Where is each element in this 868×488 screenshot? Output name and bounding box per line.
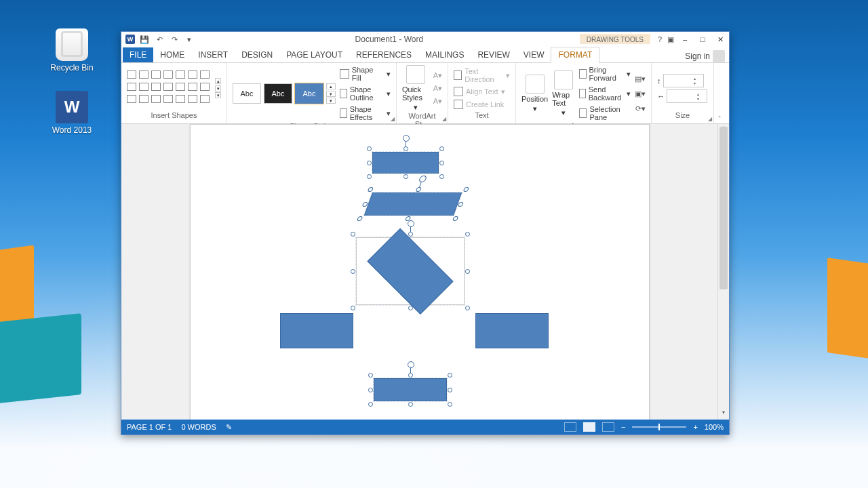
minimize-button[interactable]: – — [676, 33, 694, 46]
shapes-gallery-more[interactable]: ▴▾▾ — [215, 78, 221, 98]
position-icon — [526, 75, 545, 94]
status-bar: PAGE 1 OF 1 0 WORDS ✎ − + 100% — [121, 420, 729, 434]
outline-icon — [340, 89, 347, 98]
rotate-handle[interactable] — [410, 226, 411, 234]
flowchart-rect[interactable] — [372, 152, 439, 174]
group-insert-shapes: ▴▾▾ Insert Shapes — [121, 63, 227, 123]
flowchart-rect[interactable] — [475, 313, 549, 348]
flowchart-rect[interactable] — [374, 378, 447, 401]
shapes-gallery[interactable] — [127, 70, 211, 106]
desktop-icon-word[interactable]: W Word 2013 — [45, 91, 99, 135]
title-bar: W 💾 ↶ ↷ ▾ Document1 - Word DRAWING TOOLS… — [121, 32, 729, 47]
shape-fill-button[interactable]: Shape Fill ▾ — [340, 65, 391, 83]
flowchart-diamond[interactable] — [356, 237, 465, 305]
rotate-objects-icon[interactable]: ⟳▾ — [635, 103, 646, 114]
rotate-handle[interactable] — [410, 367, 411, 375]
text-fill-icon: A▾ — [433, 71, 442, 80]
text-direction-icon — [454, 70, 462, 80]
shape-height-input[interactable]: ▴▾ — [663, 74, 704, 87]
collapse-ribbon-icon[interactable]: ˆ — [714, 115, 725, 123]
maximize-button[interactable]: □ — [694, 33, 711, 46]
rotate-handle[interactable] — [418, 181, 422, 189]
flowchart-rect[interactable] — [280, 313, 353, 348]
tab-mailings[interactable]: MAILINGS — [418, 47, 471, 62]
desktop-icon-label: Recycle Bin — [50, 63, 93, 73]
style-preset[interactable]: Abc — [233, 83, 261, 104]
position-button[interactable]: Position▾ — [521, 75, 548, 113]
tab-file[interactable]: FILE — [123, 47, 153, 62]
group-text: Text Direction ▾ Align Text ▾ Create Lin… — [448, 63, 516, 123]
view-read-mode[interactable] — [564, 422, 576, 432]
bring-forward-button[interactable]: Bring Forward ▾ — [579, 65, 631, 83]
view-web-layout[interactable] — [602, 422, 614, 432]
user-avatar-icon — [713, 50, 725, 62]
group-objects-icon[interactable]: ▣▾ — [635, 88, 646, 99]
group-label: Text — [454, 111, 510, 122]
window-controls: – □ ✕ — [676, 33, 729, 46]
desktop-icon-recycle-bin[interactable]: Recycle Bin — [45, 28, 99, 73]
view-print-layout[interactable] — [583, 422, 595, 432]
style-preset[interactable]: Abc — [264, 83, 292, 104]
vertical-scrollbar[interactable]: ▴ ▾ — [717, 124, 729, 420]
tab-review[interactable]: REVIEW — [471, 47, 516, 62]
selection-pane-icon — [579, 108, 587, 118]
shape-styles-gallery[interactable]: Abc Abc Abc ▴▾▾ — [233, 83, 336, 104]
redo-icon[interactable]: ↷ — [169, 34, 180, 45]
quick-access-toolbar: W 💾 ↶ ↷ ▾ — [121, 34, 199, 45]
align-objects-icon[interactable]: ▤▾ — [635, 73, 646, 84]
create-link-button: Create Link — [454, 99, 510, 110]
send-backward-icon — [579, 89, 586, 98]
style-preset-selected[interactable]: Abc — [295, 83, 323, 104]
save-icon[interactable]: 💾 — [139, 34, 150, 45]
word-app-icon: W — [125, 35, 135, 44]
wrap-text-icon — [554, 70, 573, 89]
undo-icon[interactable]: ↶ — [154, 34, 165, 45]
group-wordart-styles: Quick Styles▾ A▾ A▾ A▾ WordArt St… ◢ — [397, 63, 448, 123]
link-icon — [454, 100, 463, 109]
tab-page-layout[interactable]: PAGE LAYOUT — [279, 47, 349, 62]
quick-styles-button[interactable]: Quick Styles▾ — [402, 65, 429, 112]
document-area: ▴ ▾ — [121, 124, 729, 420]
proofing-icon[interactable]: ✎ — [226, 423, 232, 432]
contextual-tool-label: DRAWING TOOLS — [580, 35, 650, 44]
help-icon[interactable]: ? — [654, 34, 665, 45]
dialog-launcher-icon[interactable]: ◢ — [708, 116, 712, 122]
wrap-text-button[interactable]: Wrap Text▾ — [552, 70, 574, 117]
tab-home[interactable]: HOME — [153, 47, 191, 62]
shape-width-input[interactable]: ▴▾ — [667, 89, 707, 103]
close-button[interactable]: ✕ — [711, 33, 729, 46]
group-size: ↕▴▾ ↔▴▾ Size ◢ — [652, 63, 714, 123]
flowchart-parallelogram[interactable] — [363, 192, 461, 216]
align-text-icon — [454, 87, 463, 96]
dialog-launcher-icon[interactable]: ◢ — [442, 116, 446, 122]
tab-insert[interactable]: INSERT — [191, 47, 235, 62]
selection-pane-button[interactable]: Selection Pane — [579, 104, 631, 122]
tab-format[interactable]: FORMAT — [551, 47, 599, 63]
rotate-handle[interactable] — [406, 140, 406, 148]
desktop-icon-label: Word 2013 — [52, 125, 92, 135]
text-effects-icon: A▾ — [433, 97, 442, 106]
scrollbar-thumb[interactable] — [719, 127, 728, 289]
zoom-out-button[interactable]: − — [621, 423, 625, 431]
zoom-level[interactable]: 100% — [705, 423, 724, 431]
zoom-slider[interactable] — [632, 426, 686, 428]
style-gallery-more[interactable]: ▴▾▾ — [326, 83, 336, 104]
document-page[interactable] — [190, 124, 650, 420]
scroll-down-icon[interactable]: ▾ — [718, 409, 729, 420]
status-words[interactable]: 0 WORDS — [181, 423, 216, 431]
word-icon: W — [56, 91, 88, 123]
dialog-launcher-icon[interactable]: ◢ — [391, 116, 395, 122]
zoom-in-button[interactable]: + — [693, 423, 697, 431]
fill-icon — [340, 69, 349, 79]
shape-effects-button[interactable]: Shape Effects ▾ — [340, 104, 391, 122]
shape-outline-button[interactable]: Shape Outline ▾ — [340, 85, 391, 102]
tab-references[interactable]: REFERENCES — [349, 47, 418, 62]
tab-design[interactable]: DESIGN — [235, 47, 279, 62]
qat-customize-icon[interactable]: ▾ — [184, 34, 195, 45]
word-window: W 💾 ↶ ↷ ▾ Document1 - Word DRAWING TOOLS… — [121, 31, 730, 435]
status-page[interactable]: PAGE 1 OF 1 — [127, 423, 172, 431]
send-backward-button[interactable]: Send Backward ▾ — [579, 85, 631, 102]
ribbon-display-options-icon[interactable]: ▣ — [665, 34, 676, 45]
tab-view[interactable]: VIEW — [517, 47, 551, 62]
sign-in-link[interactable]: Sign in — [685, 50, 729, 62]
